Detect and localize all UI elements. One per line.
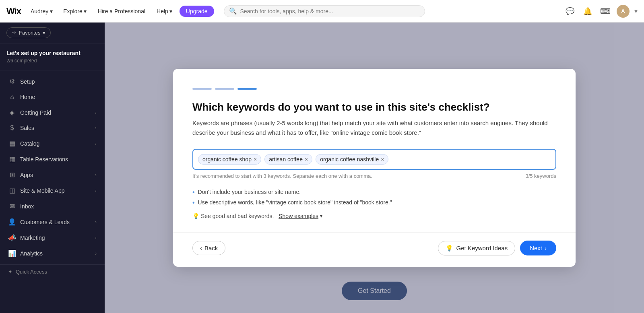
sidebar-item-setup[interactable]: ⚙ Setup	[0, 74, 105, 89]
get-keyword-ideas-button[interactable]: 💡 Get Keyword Ideas	[438, 241, 516, 255]
notification-icon[interactable]: 🔔	[581, 5, 594, 18]
sidebar-item-customers-leads[interactable]: 👤 Customers & Leads	[0, 214, 105, 230]
sidebar-item-table-reservations[interactable]: ▦ Table Reservations	[0, 151, 105, 167]
chevron-right-icon	[95, 219, 97, 225]
help-link[interactable]: Help	[153, 6, 176, 16]
sidebar-item-analytics[interactable]: 📊 Analytics	[0, 245, 105, 261]
wix-logo: Wix	[6, 6, 21, 16]
favorites-button[interactable]: ☆ Favorites	[6, 27, 51, 38]
back-chevron-icon	[200, 245, 202, 251]
back-button[interactable]: Back	[192, 241, 225, 255]
customers-leads-icon: 👤	[8, 218, 16, 226]
step-2-indicator	[215, 88, 234, 90]
star-icon: ☆	[12, 30, 17, 36]
favorites-chevron	[43, 30, 45, 36]
tip-1: • Don't include your business or site na…	[192, 189, 556, 196]
keyboard-icon[interactable]: ⌨	[599, 5, 612, 18]
marketing-icon: 📣	[8, 234, 16, 241]
lightbulb-icon: 💡	[192, 213, 199, 219]
avatar[interactable]: A	[617, 5, 630, 18]
setup-icon: ⚙	[8, 78, 16, 85]
sales-icon: $	[8, 124, 16, 132]
upgrade-button[interactable]: Upgrade	[180, 6, 214, 17]
inbox-icon: ✉	[8, 202, 16, 210]
quick-access-button[interactable]: ✦ Quick Access	[0, 264, 105, 279]
site-mobile-icon: ◫	[8, 187, 16, 194]
sidebar-item-marketing[interactable]: 📣 Marketing	[0, 230, 105, 245]
search-input[interactable]	[240, 6, 420, 17]
chevron-right-icon	[95, 172, 97, 178]
sidebar-item-home[interactable]: ⌂ Home	[0, 89, 105, 105]
home-icon: ⌂	[8, 93, 16, 101]
chevron-right-icon	[95, 125, 97, 131]
analytics-icon: 📊	[8, 249, 16, 257]
modal-footer: Back 💡 Get Keyword Ideas Next	[173, 232, 576, 267]
keywords-input-container[interactable]: organic coffee shop × artisan coffee × o…	[192, 149, 556, 170]
search-icon: 🔍	[229, 7, 237, 15]
hint-text: It's recommended to start with 3 keyword…	[192, 173, 372, 179]
chevron-right-icon	[95, 188, 97, 194]
getting-paid-icon: ◈	[8, 109, 16, 116]
topnav-icons: 💬 🔔 ⌨ A	[564, 5, 638, 18]
sidebar-item-site-mobile-app[interactable]: ◫ Site & Mobile App	[0, 183, 105, 198]
next-chevron-icon	[545, 245, 547, 251]
keyword-tag-label: organic coffee shop	[202, 156, 252, 163]
user-menu[interactable]: Audrey	[27, 6, 56, 16]
bullet-icon: •	[192, 189, 195, 196]
next-button[interactable]: Next	[520, 241, 556, 255]
user-menu-chevron	[50, 8, 53, 14]
explore-chevron	[84, 8, 87, 14]
modal-body: Which keywords do you want to use in thi…	[173, 69, 576, 232]
catalog-icon: ▤	[8, 140, 16, 147]
keywords-hint: It's recommended to start with 3 keyword…	[192, 173, 556, 179]
step-indicators	[192, 88, 556, 90]
keywords-tips: • Don't include your business or site na…	[192, 189, 556, 206]
bullet-icon: •	[192, 199, 195, 206]
user-name: Audrey	[31, 8, 48, 14]
keywords-count: 3/5 keywords	[525, 173, 556, 179]
chevron-right-icon	[95, 110, 97, 115]
hire-professional-link[interactable]: Hire a Professional	[94, 6, 149, 16]
step-1-indicator	[192, 88, 212, 90]
show-examples-chevron	[320, 213, 322, 219]
sidebar-item-getting-paid[interactable]: ◈ Getting Paid	[0, 105, 105, 120]
chevron-right-icon	[95, 251, 97, 256]
chevron-right-icon	[95, 235, 97, 241]
modal-title: Which keywords do you want to use in thi…	[192, 101, 556, 113]
keyword-ideas-icon: 💡	[446, 245, 453, 252]
sidebar-item-sales[interactable]: $ Sales	[0, 120, 105, 136]
help-chevron	[169, 8, 172, 14]
search-bar[interactable]: 🔍	[224, 5, 425, 17]
chat-icon[interactable]: 💬	[564, 5, 576, 18]
keyword-tag-remove-1[interactable]: ×	[254, 156, 257, 162]
keyword-text-input[interactable]	[392, 156, 551, 163]
setup-title: Let's set up your restaurant	[6, 50, 98, 56]
keyword-tag-2: artisan coffee ×	[264, 154, 312, 165]
explore-link[interactable]: Explore	[59, 6, 90, 16]
modal-footer-right: 💡 Get Keyword Ideas Next	[438, 241, 556, 255]
keywords-modal: Which keywords do you want to use in thi…	[173, 69, 576, 267]
keyword-tag-label: artisan coffee	[269, 156, 303, 163]
keyword-tag-remove-3[interactable]: ×	[381, 156, 384, 162]
sidebar-favorites-section: ☆ Favorites	[0, 23, 105, 43]
top-navigation: Wix Audrey Explore Hire a Professional H…	[0, 0, 644, 23]
table-reservations-icon: ▦	[8, 155, 16, 163]
quick-access-icon: ✦	[8, 269, 12, 275]
sidebar-item-catalog[interactable]: ▤ Catalog	[0, 136, 105, 151]
keyword-tag-3: organic coffee nashville ×	[316, 154, 388, 165]
step-3-indicator	[237, 88, 257, 90]
sidebar-item-apps[interactable]: ⊞ Apps	[0, 167, 105, 183]
show-examples-link[interactable]: Show examples	[279, 213, 318, 219]
keyword-tag-1: organic coffee shop ×	[198, 154, 261, 165]
chevron-right-icon	[95, 141, 97, 146]
sidebar-item-inbox[interactable]: ✉ Inbox	[0, 198, 105, 214]
sidebar: ☆ Favorites Let's set up your restaurant…	[0, 23, 105, 313]
keyword-tag-remove-2[interactable]: ×	[305, 156, 308, 162]
show-examples-section: 💡 See good and bad keywords. Show exampl…	[192, 213, 556, 219]
modal-description: Keywords are phrases (usually 2-5 words …	[192, 118, 556, 138]
setup-progress: 2/6 completed	[6, 58, 98, 64]
tip-2: • Use descriptive words, like "vintage c…	[192, 199, 556, 206]
apps-icon: ⊞	[8, 171, 16, 179]
sidebar-setup-section: Let's set up your restaurant 2/6 complet…	[0, 43, 105, 70]
avatar-chevron	[634, 7, 638, 15]
